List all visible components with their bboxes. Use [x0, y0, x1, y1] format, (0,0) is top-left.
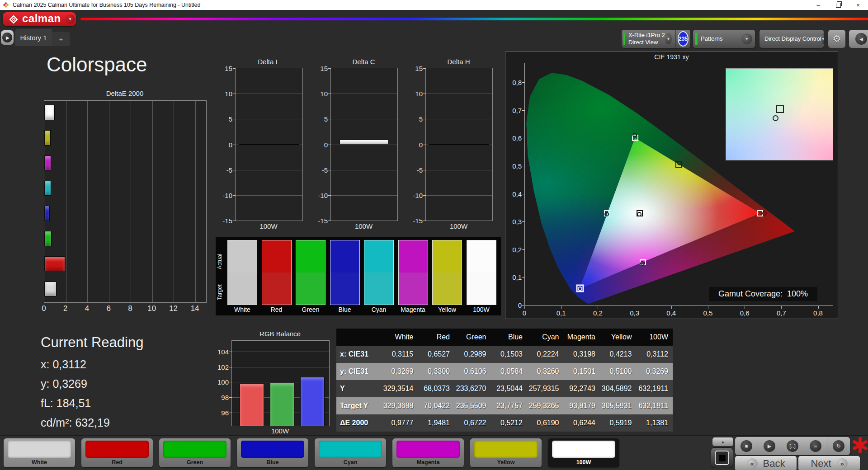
table-cell: 632,1911 — [637, 385, 673, 393]
table-cell: 0,3112 — [637, 350, 673, 358]
pattern-tile-yellow[interactable]: Yellow — [470, 438, 542, 467]
patch-actual — [364, 240, 393, 273]
pattern-window-toggle[interactable] — [711, 447, 733, 468]
refresh-button[interactable]: ↻ — [827, 437, 850, 455]
dl-plot-bar — [239, 144, 299, 145]
patch-actual — [228, 240, 257, 273]
table-col-magenta: Magenta — [564, 333, 600, 341]
pattern-tile-label: Green — [159, 459, 231, 465]
titlebar: Calman 2025 Calman Ultimate for Business… — [0, 0, 868, 10]
table-cell: 0,6722 — [454, 419, 491, 427]
continuous-button[interactable]: ∞ — [804, 437, 827, 455]
window-icon — [715, 451, 729, 465]
pattern-tile-label: 100W — [548, 459, 619, 465]
pattern-swatch — [474, 441, 538, 458]
cie-ytick-mark — [522, 138, 525, 138]
rgb-ytick-label: 96 — [221, 409, 229, 417]
layout-expand-button[interactable]: ▶ — [1, 30, 14, 45]
deltae-gridline — [152, 101, 153, 302]
dc-plot-gridline — [331, 145, 397, 145]
meter-dropdown[interactable]: X-Rite i1Pro 2Direct View ▼ 235 — [622, 30, 690, 48]
dh-plot-tickmark — [423, 170, 426, 170]
dh-plot-tickmark — [423, 221, 426, 221]
cie-ytick-label: 0,4 — [512, 190, 522, 197]
calman-menu-button[interactable]: calman ▼ — [3, 12, 76, 26]
meter-count-badge[interactable]: 235 — [678, 31, 689, 47]
pattern-tile-label: Blue — [237, 459, 308, 465]
deltae-chart-title: DeltaE 2000 — [44, 89, 206, 97]
display-control-dropdown[interactable]: Direct Display Control ▼ — [760, 30, 824, 48]
patch-red — [262, 240, 292, 305]
patch-actual — [330, 240, 359, 273]
chevron-down-icon: ▼ — [66, 14, 75, 24]
play-icon: ▶ — [2, 33, 12, 42]
back-button[interactable]: « Back — [735, 456, 797, 470]
cie-ytick-mark — [522, 110, 525, 111]
add-tab-button[interactable]: + — [52, 32, 70, 46]
rgb-ytick-label: 98 — [221, 394, 229, 401]
dh-plot-ytick-label: 5 — [419, 115, 423, 123]
table-cell: 23,5044 — [491, 385, 528, 393]
pattern-tile-white[interactable]: White — [4, 438, 75, 467]
settings-button[interactable]: ⚙ — [828, 30, 845, 48]
table-cell: 0,5212 — [491, 419, 528, 427]
table-cell: 0,3269 — [637, 367, 673, 376]
delta-c-title: Delta C — [330, 58, 397, 66]
cie-measured-cyan — [604, 212, 609, 216]
dl-plot-ytick-label: 5 — [229, 115, 232, 123]
table-cell: 0,6190 — [527, 419, 564, 427]
pattern-tile-cyan[interactable]: Cyan — [315, 438, 386, 467]
inset-measured-marker — [773, 115, 778, 121]
patterns-dropdown[interactable]: Patterns ▼ — [693, 30, 755, 48]
close-button[interactable]: × — [848, 0, 868, 10]
table-cell: 0,1503 — [491, 350, 528, 358]
patch-green — [296, 240, 326, 305]
next-button[interactable]: Next » — [798, 456, 860, 470]
stop-icon: ■ — [741, 440, 752, 452]
collapse-toolbar-button[interactable]: ◀ — [849, 30, 868, 48]
table-cell: 70,0422 — [418, 402, 455, 410]
dc-plot-ytick-label: -5 — [322, 166, 328, 174]
step-button[interactable]: [‥] — [781, 437, 804, 455]
pattern-tile-red[interactable]: Red — [81, 438, 153, 467]
rgb-bar-green — [270, 383, 294, 426]
table-cell: 1,1381 — [637, 419, 673, 427]
pattern-tile-green[interactable]: Green — [159, 438, 231, 467]
pattern-tile-magenta[interactable]: Magenta — [392, 438, 464, 467]
patch-blue — [330, 240, 360, 305]
play-button[interactable]: ▶ — [758, 437, 781, 455]
cie-ytick-mark — [522, 82, 525, 83]
stop-button[interactable]: ■ — [735, 437, 758, 455]
pattern-tile-blue[interactable]: Blue — [237, 438, 308, 467]
table-cell: 0,1501 — [564, 367, 600, 376]
patch-cyan — [364, 240, 394, 305]
chevron-down-icon: ▼ — [665, 33, 672, 44]
target-label: Target — [217, 277, 226, 308]
dh-plot-gridline — [426, 94, 492, 94]
cie-ytick-label: 0,2 — [512, 245, 522, 253]
cie-ytick-label: 0,6 — [512, 134, 522, 142]
dl-plot-gridline — [236, 94, 302, 94]
cie-xtick-label: 0,3 — [630, 309, 639, 317]
pattern-tile-100w[interactable]: 100W — [548, 438, 619, 467]
cie-ytick-label: 0,7 — [512, 106, 522, 114]
table-cell: 0,2989 — [454, 350, 491, 358]
table-col-red: Red — [418, 333, 455, 341]
pattern-bar-collapse-button[interactable]: ▲ — [712, 437, 733, 446]
patch-label: White — [227, 306, 257, 313]
tab-history-1[interactable]: History 1 — [15, 29, 52, 46]
dh-plot-gridline — [426, 119, 492, 119]
rgb-tickmark — [229, 397, 232, 398]
chevron-down-icon: ▼ — [821, 33, 824, 44]
dh-plot-tickmark — [423, 68, 426, 69]
minimize-button[interactable]: – — [808, 0, 828, 10]
cie-xtick-mark — [524, 306, 525, 309]
cie-xtick-label: 0 — [523, 309, 526, 317]
delta-l-chart: 151050-5-10-15 — [235, 68, 303, 221]
table-col-blue: Blue — [491, 333, 528, 341]
restore-button[interactable] — [828, 0, 848, 10]
patch-target — [364, 273, 393, 305]
deltae-chart — [44, 100, 207, 303]
cie-ytick-mark — [522, 249, 525, 250]
rgb-tickmark — [229, 413, 232, 413]
